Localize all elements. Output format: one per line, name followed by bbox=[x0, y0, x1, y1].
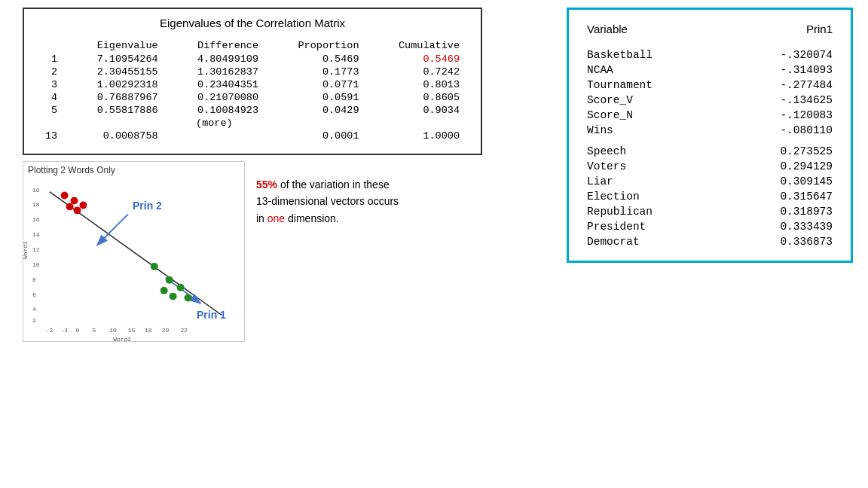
eigenvalue-data-table: Eigenvalue Difference Proportion Cumulat… bbox=[39, 38, 466, 142]
svg-text:8: 8 bbox=[32, 276, 36, 283]
svg-text:22: 22 bbox=[181, 327, 188, 334]
var-wins: Wins bbox=[584, 123, 723, 138]
var-row-election: Election 0.315647 bbox=[584, 189, 836, 204]
var-scorev: Score_V bbox=[584, 93, 723, 108]
table-row: 40.768879670.210700800.05910.8605 bbox=[39, 91, 466, 104]
val-democrat: 0.336873 bbox=[723, 234, 836, 249]
val-speech: 0.273525 bbox=[723, 144, 836, 159]
var-row-president: President 0.333439 bbox=[584, 219, 836, 234]
svg-text:6: 6 bbox=[32, 291, 36, 298]
var-scoren: Score_N bbox=[584, 108, 723, 123]
svg-point-26 bbox=[79, 201, 87, 209]
svg-text:5: 5 bbox=[92, 327, 96, 334]
col-header-difference: Difference bbox=[164, 38, 264, 53]
desc-pct: 55% bbox=[256, 178, 277, 191]
svg-text:18: 18 bbox=[145, 327, 152, 334]
table-row: 22.304551551.301628370.17730.7242 bbox=[39, 66, 466, 78]
scatter-plot: Plotting 2 Words Only 10 18 16 14 12 10 … bbox=[23, 161, 245, 342]
svg-text:-2: -2 bbox=[46, 327, 53, 334]
var-row-liar: Liar 0.309145 bbox=[584, 174, 836, 189]
left-panel: Eigenvalues of the Correlation Matrix Ei… bbox=[23, 8, 490, 342]
svg-text:Word2: Word2 bbox=[113, 336, 131, 341]
col-header-proportion: Proportion bbox=[264, 38, 365, 53]
table-row: (more) bbox=[39, 117, 466, 130]
var-row-wins: Wins -.080110 bbox=[584, 123, 836, 138]
var-table-header: Variable Prin1 bbox=[584, 21, 836, 41]
var-president: President bbox=[584, 219, 723, 234]
var-tournament: Tournament bbox=[584, 78, 723, 93]
var-row-tournament: Tournament -.277484 bbox=[584, 78, 836, 93]
spacer2 bbox=[584, 138, 836, 144]
desc-one: one bbox=[267, 212, 285, 224]
val-basketball: -.320074 bbox=[723, 47, 836, 63]
svg-text:0: 0 bbox=[76, 327, 80, 334]
var-republican: Republican bbox=[584, 204, 723, 219]
val-president: 0.333439 bbox=[723, 219, 836, 234]
table-row: 50.558178860.100849230.04290.9034 bbox=[39, 104, 466, 117]
prin2-label: Prin 2 bbox=[133, 200, 162, 212]
val-election: 0.315647 bbox=[723, 189, 836, 204]
svg-text:15: 15 bbox=[128, 327, 136, 334]
svg-point-25 bbox=[71, 197, 78, 204]
var-row-voters: Voters 0.294129 bbox=[584, 159, 836, 174]
col-variable-header: Variable bbox=[584, 21, 723, 41]
val-republican: 0.318973 bbox=[723, 204, 836, 219]
var-row-speech: Speech 0.273525 bbox=[584, 144, 836, 159]
svg-point-34 bbox=[185, 294, 192, 302]
svg-text:12: 12 bbox=[32, 246, 40, 253]
var-liar: Liar bbox=[584, 174, 723, 189]
val-tournament: -.277484 bbox=[723, 78, 836, 93]
val-scorev: -.134625 bbox=[723, 93, 836, 108]
desc-text-2: dimension. bbox=[285, 212, 339, 224]
var-speech: Speech bbox=[584, 144, 723, 159]
variable-table: Variable Prin1 Basketball -.320074 NCAA … bbox=[584, 21, 836, 249]
svg-text:20: 20 bbox=[162, 327, 170, 334]
var-democrat: Democrat bbox=[584, 234, 723, 249]
svg-point-33 bbox=[170, 293, 177, 300]
spacer1 bbox=[584, 41, 836, 47]
svg-text:4: 4 bbox=[32, 306, 36, 313]
svg-point-31 bbox=[177, 284, 185, 291]
table-row: 31.002923180.234043510.07710.8013 bbox=[39, 78, 466, 91]
description-text: 55% of the variation in these 13-dimensi… bbox=[256, 176, 407, 227]
svg-text:10: 10 bbox=[32, 187, 40, 194]
val-voters: 0.294129 bbox=[723, 159, 836, 174]
var-basketball: Basketball bbox=[584, 47, 723, 63]
val-liar: 0.309145 bbox=[723, 174, 836, 189]
table-row: 130.00087580.00011.0000 bbox=[39, 130, 466, 142]
val-scoren: -.120083 bbox=[723, 108, 836, 123]
var-row-democrat: Democrat 0.336873 bbox=[584, 234, 836, 249]
svg-point-32 bbox=[160, 287, 168, 294]
val-ncaa: -.314093 bbox=[723, 63, 836, 78]
svg-point-27 bbox=[74, 206, 81, 214]
svg-text:16: 16 bbox=[32, 216, 40, 223]
var-row-ncaa: NCAA -.314093 bbox=[584, 63, 836, 78]
col-header-eigenvalue: Eigenvalue bbox=[63, 38, 164, 53]
svg-point-28 bbox=[66, 203, 74, 210]
var-row-republican: Republican 0.318973 bbox=[584, 204, 836, 219]
svg-text:Word1: Word1 bbox=[23, 241, 29, 259]
svg-text:18: 18 bbox=[32, 201, 40, 208]
table-title: Eigenvalues of the Correlation Matrix bbox=[39, 17, 466, 29]
right-panel: Variable Prin1 Basketball -.320074 NCAA … bbox=[567, 8, 853, 263]
svg-line-22 bbox=[98, 214, 128, 244]
svg-point-30 bbox=[166, 276, 173, 284]
svg-text:2: 2 bbox=[32, 317, 36, 324]
prin1-label: Prin 1 bbox=[197, 309, 226, 321]
var-election: Election bbox=[584, 189, 723, 204]
table-row: 17.109542644.804991090.54690.5469 bbox=[39, 53, 466, 66]
var-row-basketball: Basketball -.320074 bbox=[584, 47, 836, 63]
col-prin1-header: Prin1 bbox=[723, 21, 836, 41]
svg-text:-1: -1 bbox=[61, 327, 69, 334]
svg-point-24 bbox=[61, 192, 69, 200]
col-header-cumulative: Cumulative bbox=[365, 38, 466, 53]
col-header-num bbox=[39, 38, 63, 53]
svg-text:10: 10 bbox=[109, 327, 117, 334]
svg-point-29 bbox=[151, 263, 158, 270]
var-row-scorev: Score_V -.134625 bbox=[584, 93, 836, 108]
var-row-scoren: Score_N -.120083 bbox=[584, 108, 836, 123]
eigenvalue-table: Eigenvalues of the Correlation Matrix Ei… bbox=[23, 8, 482, 155]
val-wins: -.080110 bbox=[723, 123, 836, 138]
svg-text:10: 10 bbox=[32, 261, 40, 268]
var-ncaa: NCAA bbox=[584, 63, 723, 78]
